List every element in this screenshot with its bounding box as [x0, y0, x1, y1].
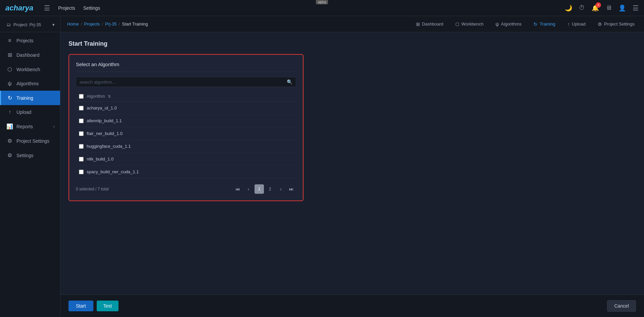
algorithm-row[interactable]: flair_ner_build_1.0 — [76, 127, 296, 140]
pagination-next-btn[interactable]: › — [276, 184, 285, 194]
sub-nav-algorithms-btn[interactable]: ψ Algorithms — [493, 20, 524, 28]
pagination-last-btn[interactable]: ⏭ — [287, 184, 296, 194]
breadcrumb-prj35[interactable]: Prj-35 — [105, 21, 117, 27]
test-button[interactable]: Test — [97, 301, 119, 311]
subnav-training-icon: ↻ — [534, 21, 538, 27]
search-icon[interactable]: 🔍 — [287, 79, 292, 85]
pagination-first-icon: ⏮ — [235, 186, 240, 192]
algo-row-name: nltk_build_1.0 — [87, 156, 296, 162]
pagination-page-1-btn[interactable]: 1 — [255, 184, 264, 194]
page-title: Start Training — [68, 40, 636, 47]
search-bar: 🔍 — [76, 77, 296, 87]
subnav-algorithms-label: Algorithms — [501, 21, 521, 27]
sidebar-project-item[interactable]: 🗂 Project: Prj-35 ▾ — [0, 19, 60, 31]
sidebar-projects-icon: ≡ — [6, 38, 13, 44]
sidebar-settings-icon: ⚙ — [6, 152, 13, 158]
sub-nav-project-settings-btn[interactable]: ⚙ Project Settings — [595, 20, 637, 28]
cancel-button[interactable]: Cancel — [607, 300, 636, 312]
breadcrumb-home[interactable]: Home — [67, 21, 79, 27]
subnav-project-settings-label: Project Settings — [604, 21, 635, 27]
sidebar-workbench-icon: ⬡ — [6, 66, 13, 73]
sub-nav-dashboard-btn[interactable]: ⊞ Dashboard — [413, 20, 446, 28]
subnav-dashboard-icon: ⊞ — [416, 21, 420, 27]
sidebar: 🗂 Project: Prj-35 ▾ ≡ Projects ⊞ Dashboa… — [0, 16, 60, 317]
sidebar-item-label: Dashboard — [16, 52, 40, 58]
sidebar-item-project-settings[interactable]: ⚙ Project Settings — [0, 134, 60, 148]
hamburger-menu-icon[interactable]: ☰ — [44, 4, 50, 12]
clock-icon[interactable]: ⏱ — [579, 4, 585, 11]
subnav-upload-label: Upload — [572, 21, 586, 27]
row-checkbox-cell — [76, 119, 87, 123]
sort-icon[interactable]: ⇅ — [108, 94, 111, 98]
sub-nav-upload-btn[interactable]: ↑ Upload — [565, 20, 588, 28]
dark-mode-icon[interactable]: 🌙 — [565, 4, 572, 12]
subnav-algorithms-icon: ψ — [496, 21, 499, 27]
select-all-checkbox[interactable] — [79, 94, 84, 99]
sidebar-item-dashboard[interactable]: ⊞ Dashboard — [0, 48, 60, 62]
sidebar-project-settings-icon: ⚙ — [6, 138, 13, 144]
algo-row-name: flair_ner_build_1.0 — [87, 131, 296, 136]
sub-nav-training-btn[interactable]: ↻ Training — [531, 20, 558, 28]
menu-icon[interactable]: ☰ — [633, 4, 639, 12]
sidebar-item-projects[interactable]: ≡ Projects — [0, 34, 60, 48]
sidebar-item-workbench[interactable]: ⬡ Workbench — [0, 62, 60, 77]
algo-checkbox-input[interactable] — [79, 144, 84, 149]
body-layout: 🗂 Project: Prj-35 ▾ ≡ Projects ⊞ Dashboa… — [0, 16, 644, 317]
sidebar-item-label: Algorithms — [16, 81, 39, 86]
pagination-next-icon: › — [280, 186, 282, 192]
algorithm-rows-container: acharya_ut_1.0 allennlp_build_1.1 flair_… — [76, 102, 296, 178]
algo-checkbox-input[interactable] — [79, 157, 84, 162]
monitor-icon[interactable]: 🖥 — [606, 4, 612, 11]
algorithm-list-scroll[interactable]: Algorithm ⇅ acharya_ut_1.0 allennlp_buil… — [76, 91, 296, 178]
sidebar-project-label: Project: Prj-35 — [13, 22, 41, 27]
algo-checkbox-input[interactable] — [79, 170, 84, 174]
bottom-left-actions: Start Test — [68, 301, 119, 311]
sidebar-item-upload[interactable]: ↑ Upload — [0, 105, 60, 119]
algo-row-name: spacy_build_ner_cuda_1.1 — [87, 169, 296, 174]
sidebar-item-algorithms[interactable]: ψ Algorithms — [0, 77, 60, 91]
algo-checkbox-input[interactable] — [79, 106, 84, 110]
sidebar-item-training[interactable]: ↻ Training — [0, 91, 60, 105]
top-nav-projects-link[interactable]: Projects — [58, 5, 75, 11]
start-button[interactable]: Start — [68, 301, 93, 311]
algo-checkbox-input[interactable] — [79, 131, 84, 136]
row-checkbox-cell — [76, 144, 87, 149]
pagination-controls: ⏮ ‹ 1 2 › ⏭ — [233, 184, 296, 194]
sidebar-item-settings[interactable]: ⚙ Settings — [0, 148, 60, 163]
sidebar-item-label: Workbench — [16, 67, 40, 72]
sidebar-project-icon: 🗂 — [6, 22, 11, 27]
sub-nav: Home / Projects / Prj-35 / Start Trainin… — [60, 16, 644, 32]
breadcrumb-current: Start Training — [122, 21, 148, 27]
algorithm-row[interactable]: nltk_build_1.0 — [76, 153, 296, 166]
pagination-last-icon: ⏭ — [289, 186, 294, 192]
algorithm-row[interactable]: huggingface_cuda_1.1 — [76, 140, 296, 153]
pagination-prev-btn[interactable]: ‹ — [244, 184, 253, 194]
algo-column-header: Algorithm ⇅ — [87, 94, 296, 99]
row-checkbox-cell — [76, 131, 87, 136]
selected-count: 0 selected / 7 total — [76, 187, 108, 191]
sub-nav-workbench-btn[interactable]: ⬡ Workbench — [453, 20, 486, 28]
sidebar-item-reports[interactable]: 📊 Reports ‹ — [0, 119, 60, 134]
sidebar-dashboard-icon: ⊞ — [6, 52, 13, 58]
algorithm-row[interactable]: spacy_build_ner_cuda_1.1 — [76, 166, 296, 178]
top-nav-settings-link[interactable]: Settings — [83, 5, 100, 11]
pagination-first-btn[interactable]: ⏮ — [233, 184, 242, 194]
algo-checkbox-input[interactable] — [79, 119, 84, 123]
pagination-page-2-btn[interactable]: 2 — [265, 184, 275, 194]
algo-table-header: Algorithm ⇅ — [76, 91, 296, 102]
header-checkbox-cell — [76, 94, 87, 99]
algorithm-row[interactable]: allennlp_build_1.1 — [76, 115, 296, 127]
top-nav: acharya ☰ Projects Settings alpha 🌙 ⏱ 🔔 … — [0, 0, 644, 16]
sidebar-algorithms-icon: ψ — [6, 81, 13, 87]
algorithm-row[interactable]: acharya_ut_1.0 — [76, 102, 296, 115]
search-input[interactable] — [80, 80, 287, 85]
pagination-prev-icon: ‹ — [248, 186, 249, 192]
algo-row-name: huggingface_cuda_1.1 — [87, 144, 296, 149]
user-avatar-icon[interactable]: 👤 — [618, 4, 626, 12]
pagination-row: 0 selected / 7 total ⏮ ‹ 1 2 › — [76, 180, 296, 194]
subnav-workbench-icon: ⬡ — [455, 21, 459, 27]
sidebar-reports-icon: 📊 — [6, 123, 13, 130]
notification-bell-icon[interactable]: 🔔 3 — [592, 4, 599, 12]
breadcrumb-projects[interactable]: Projects — [84, 21, 100, 27]
breadcrumb: Home / Projects / Prj-35 / Start Trainin… — [67, 21, 148, 27]
